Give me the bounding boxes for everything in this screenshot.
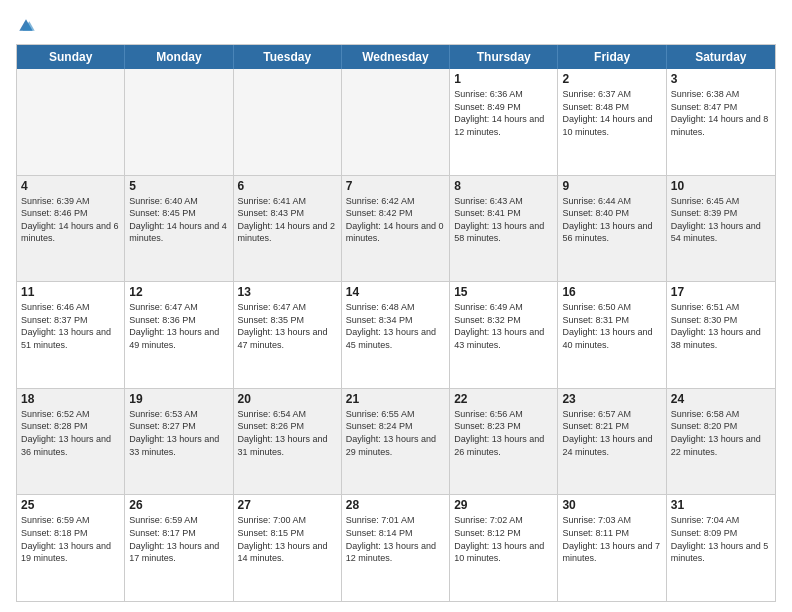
day-number: 26	[129, 498, 228, 512]
cell-text: Sunrise: 6:59 AM Sunset: 8:18 PM Dayligh…	[21, 514, 120, 564]
cell-text: Sunrise: 6:58 AM Sunset: 8:20 PM Dayligh…	[671, 408, 771, 458]
week-row-1: 1Sunrise: 6:36 AM Sunset: 8:49 PM Daylig…	[17, 69, 775, 176]
day-number: 3	[671, 72, 771, 86]
day-number: 15	[454, 285, 553, 299]
calendar-cell: 14Sunrise: 6:48 AM Sunset: 8:34 PM Dayli…	[342, 282, 450, 388]
calendar: SundayMondayTuesdayWednesdayThursdayFrid…	[16, 44, 776, 602]
calendar-cell: 7Sunrise: 6:42 AM Sunset: 8:42 PM Daylig…	[342, 176, 450, 282]
logo	[16, 16, 40, 36]
calendar-cell: 27Sunrise: 7:00 AM Sunset: 8:15 PM Dayli…	[234, 495, 342, 601]
cell-text: Sunrise: 7:00 AM Sunset: 8:15 PM Dayligh…	[238, 514, 337, 564]
calendar-cell: 23Sunrise: 6:57 AM Sunset: 8:21 PM Dayli…	[558, 389, 666, 495]
cell-text: Sunrise: 6:56 AM Sunset: 8:23 PM Dayligh…	[454, 408, 553, 458]
calendar-cell: 12Sunrise: 6:47 AM Sunset: 8:36 PM Dayli…	[125, 282, 233, 388]
cell-text: Sunrise: 6:48 AM Sunset: 8:34 PM Dayligh…	[346, 301, 445, 351]
day-number: 5	[129, 179, 228, 193]
calendar-cell: 5Sunrise: 6:40 AM Sunset: 8:45 PM Daylig…	[125, 176, 233, 282]
day-number: 9	[562, 179, 661, 193]
calendar-cell: 2Sunrise: 6:37 AM Sunset: 8:48 PM Daylig…	[558, 69, 666, 175]
calendar-header-row: SundayMondayTuesdayWednesdayThursdayFrid…	[17, 45, 775, 69]
calendar-cell: 18Sunrise: 6:52 AM Sunset: 8:28 PM Dayli…	[17, 389, 125, 495]
calendar-cell	[234, 69, 342, 175]
calendar-cell: 6Sunrise: 6:41 AM Sunset: 8:43 PM Daylig…	[234, 176, 342, 282]
calendar-cell: 10Sunrise: 6:45 AM Sunset: 8:39 PM Dayli…	[667, 176, 775, 282]
calendar-cell: 25Sunrise: 6:59 AM Sunset: 8:18 PM Dayli…	[17, 495, 125, 601]
calendar-cell: 22Sunrise: 6:56 AM Sunset: 8:23 PM Dayli…	[450, 389, 558, 495]
week-row-4: 18Sunrise: 6:52 AM Sunset: 8:28 PM Dayli…	[17, 389, 775, 496]
cell-text: Sunrise: 7:02 AM Sunset: 8:12 PM Dayligh…	[454, 514, 553, 564]
day-header-wednesday: Wednesday	[342, 45, 450, 69]
day-number: 11	[21, 285, 120, 299]
calendar-cell: 1Sunrise: 6:36 AM Sunset: 8:49 PM Daylig…	[450, 69, 558, 175]
day-header-thursday: Thursday	[450, 45, 558, 69]
day-number: 7	[346, 179, 445, 193]
day-number: 30	[562, 498, 661, 512]
day-number: 17	[671, 285, 771, 299]
page: SundayMondayTuesdayWednesdayThursdayFrid…	[0, 0, 792, 612]
day-number: 1	[454, 72, 553, 86]
cell-text: Sunrise: 6:41 AM Sunset: 8:43 PM Dayligh…	[238, 195, 337, 245]
day-number: 16	[562, 285, 661, 299]
header	[16, 16, 776, 36]
cell-text: Sunrise: 6:55 AM Sunset: 8:24 PM Dayligh…	[346, 408, 445, 458]
cell-text: Sunrise: 6:59 AM Sunset: 8:17 PM Dayligh…	[129, 514, 228, 564]
week-row-3: 11Sunrise: 6:46 AM Sunset: 8:37 PM Dayli…	[17, 282, 775, 389]
week-row-5: 25Sunrise: 6:59 AM Sunset: 8:18 PM Dayli…	[17, 495, 775, 601]
calendar-cell: 28Sunrise: 7:01 AM Sunset: 8:14 PM Dayli…	[342, 495, 450, 601]
calendar-cell: 31Sunrise: 7:04 AM Sunset: 8:09 PM Dayli…	[667, 495, 775, 601]
cell-text: Sunrise: 7:03 AM Sunset: 8:11 PM Dayligh…	[562, 514, 661, 564]
cell-text: Sunrise: 6:37 AM Sunset: 8:48 PM Dayligh…	[562, 88, 661, 138]
day-header-friday: Friday	[558, 45, 666, 69]
calendar-cell: 13Sunrise: 6:47 AM Sunset: 8:35 PM Dayli…	[234, 282, 342, 388]
calendar-cell: 26Sunrise: 6:59 AM Sunset: 8:17 PM Dayli…	[125, 495, 233, 601]
cell-text: Sunrise: 6:45 AM Sunset: 8:39 PM Dayligh…	[671, 195, 771, 245]
calendar-cell: 30Sunrise: 7:03 AM Sunset: 8:11 PM Dayli…	[558, 495, 666, 601]
cell-text: Sunrise: 7:01 AM Sunset: 8:14 PM Dayligh…	[346, 514, 445, 564]
day-number: 22	[454, 392, 553, 406]
day-number: 25	[21, 498, 120, 512]
cell-text: Sunrise: 6:49 AM Sunset: 8:32 PM Dayligh…	[454, 301, 553, 351]
day-number: 18	[21, 392, 120, 406]
cell-text: Sunrise: 6:44 AM Sunset: 8:40 PM Dayligh…	[562, 195, 661, 245]
cell-text: Sunrise: 6:53 AM Sunset: 8:27 PM Dayligh…	[129, 408, 228, 458]
calendar-cell: 19Sunrise: 6:53 AM Sunset: 8:27 PM Dayli…	[125, 389, 233, 495]
day-number: 31	[671, 498, 771, 512]
calendar-cell: 9Sunrise: 6:44 AM Sunset: 8:40 PM Daylig…	[558, 176, 666, 282]
day-header-tuesday: Tuesday	[234, 45, 342, 69]
calendar-cell	[342, 69, 450, 175]
calendar-cell: 17Sunrise: 6:51 AM Sunset: 8:30 PM Dayli…	[667, 282, 775, 388]
cell-text: Sunrise: 6:42 AM Sunset: 8:42 PM Dayligh…	[346, 195, 445, 245]
calendar-cell: 20Sunrise: 6:54 AM Sunset: 8:26 PM Dayli…	[234, 389, 342, 495]
day-number: 28	[346, 498, 445, 512]
cell-text: Sunrise: 6:39 AM Sunset: 8:46 PM Dayligh…	[21, 195, 120, 245]
cell-text: Sunrise: 6:36 AM Sunset: 8:49 PM Dayligh…	[454, 88, 553, 138]
calendar-cell	[17, 69, 125, 175]
day-number: 19	[129, 392, 228, 406]
cell-text: Sunrise: 6:51 AM Sunset: 8:30 PM Dayligh…	[671, 301, 771, 351]
cell-text: Sunrise: 6:54 AM Sunset: 8:26 PM Dayligh…	[238, 408, 337, 458]
calendar-cell: 15Sunrise: 6:49 AM Sunset: 8:32 PM Dayli…	[450, 282, 558, 388]
calendar-cell	[125, 69, 233, 175]
day-number: 27	[238, 498, 337, 512]
cell-text: Sunrise: 6:50 AM Sunset: 8:31 PM Dayligh…	[562, 301, 661, 351]
cell-text: Sunrise: 6:47 AM Sunset: 8:36 PM Dayligh…	[129, 301, 228, 351]
day-number: 2	[562, 72, 661, 86]
calendar-cell: 16Sunrise: 6:50 AM Sunset: 8:31 PM Dayli…	[558, 282, 666, 388]
cell-text: Sunrise: 6:38 AM Sunset: 8:47 PM Dayligh…	[671, 88, 771, 138]
week-row-2: 4Sunrise: 6:39 AM Sunset: 8:46 PM Daylig…	[17, 176, 775, 283]
day-number: 20	[238, 392, 337, 406]
day-header-sunday: Sunday	[17, 45, 125, 69]
cell-text: Sunrise: 7:04 AM Sunset: 8:09 PM Dayligh…	[671, 514, 771, 564]
day-number: 13	[238, 285, 337, 299]
day-number: 24	[671, 392, 771, 406]
calendar-cell: 21Sunrise: 6:55 AM Sunset: 8:24 PM Dayli…	[342, 389, 450, 495]
day-number: 14	[346, 285, 445, 299]
cell-text: Sunrise: 6:47 AM Sunset: 8:35 PM Dayligh…	[238, 301, 337, 351]
cell-text: Sunrise: 6:57 AM Sunset: 8:21 PM Dayligh…	[562, 408, 661, 458]
calendar-body: 1Sunrise: 6:36 AM Sunset: 8:49 PM Daylig…	[17, 69, 775, 601]
calendar-cell: 3Sunrise: 6:38 AM Sunset: 8:47 PM Daylig…	[667, 69, 775, 175]
calendar-cell: 11Sunrise: 6:46 AM Sunset: 8:37 PM Dayli…	[17, 282, 125, 388]
day-header-saturday: Saturday	[667, 45, 775, 69]
day-number: 6	[238, 179, 337, 193]
calendar-cell: 29Sunrise: 7:02 AM Sunset: 8:12 PM Dayli…	[450, 495, 558, 601]
